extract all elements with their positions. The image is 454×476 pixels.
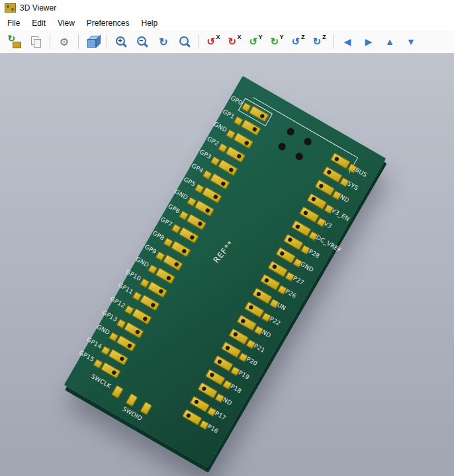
menu-file[interactable]: File: [1, 17, 26, 29]
pin-hole: [303, 210, 308, 216]
settings-gear-icon: ⚙: [58, 36, 71, 48]
redraw-button[interactable]: ↻: [154, 32, 173, 51]
debug-pad: [140, 401, 152, 415]
pin-hole: [264, 278, 269, 283]
pin-hole: [194, 399, 199, 405]
rotate-x-ccw-icon: ↺ X: [207, 36, 220, 48]
pin-hole: [233, 332, 238, 337]
zoom-out-icon: −: [136, 36, 149, 48]
swdio-label: SWDIO: [122, 405, 144, 422]
pin-pad: [236, 315, 257, 331]
pin-hole: [295, 223, 300, 229]
3d-viewport[interactable]: REF** SWCLK SWDIO GP0GP1GNDGP2GP3GP4GP5G…: [0, 54, 454, 476]
up-arrow-icon: ▲: [385, 37, 394, 46]
pin-pad: [307, 193, 328, 210]
copy-clipboard-icon: [30, 36, 42, 48]
pin-pad: [221, 342, 242, 358]
debug-pad: [111, 385, 124, 399]
zoom-out-button[interactable]: −: [132, 32, 152, 51]
pin-hole: [311, 196, 316, 202]
pin-pad: [283, 233, 304, 250]
rotate-y-ccw-icon: ↺ Y: [250, 36, 262, 48]
display-options-button[interactable]: ⚙: [54, 32, 74, 51]
debug-pad: [126, 393, 138, 407]
down-arrow-icon: ▼: [406, 37, 416, 46]
redraw-icon: ↻: [158, 36, 170, 48]
toolbar: ⚙ + − ↻ ↺ X ↻ X: [0, 30, 454, 54]
rotate-y-ccw-button[interactable]: ↺ Y: [246, 32, 265, 51]
pin-hole: [248, 305, 253, 310]
menu-view[interactable]: View: [52, 17, 81, 29]
pin-pad: [197, 382, 218, 399]
toolbar-separator: [199, 34, 199, 49]
rotate-z-cw-button[interactable]: ↻ Z: [309, 32, 329, 51]
title-bar: 3D Viewer: [0, 0, 454, 16]
pin-pad: [291, 220, 312, 237]
window-title: 3D Viewer: [20, 3, 56, 13]
app-window-icon: [5, 3, 16, 13]
pin-pad: [299, 206, 320, 223]
left-arrow-icon: ◀: [344, 37, 351, 46]
right-arrow-icon: ▶: [365, 37, 373, 46]
pan-down-button[interactable]: ▼: [401, 32, 421, 51]
pan-right-button[interactable]: ▶: [359, 32, 379, 51]
zoom-in-icon: +: [115, 36, 128, 48]
pin-pad: [268, 260, 289, 277]
rotate-x-cw-button[interactable]: ↻ X: [224, 32, 244, 51]
zoom-in-button[interactable]: +: [111, 32, 131, 51]
zoom-fit-icon: [179, 36, 191, 48]
pin-pad: [213, 355, 234, 372]
menu-edit[interactable]: Edit: [26, 17, 52, 29]
pin-pad: [182, 409, 203, 426]
pin-pad: [260, 274, 281, 290]
pin-hole: [272, 264, 277, 270]
pin-hole: [318, 183, 324, 188]
toolbar-separator: [107, 34, 107, 49]
toolbar-separator: [50, 34, 50, 49]
pin-hole: [209, 372, 214, 377]
menu-bar: File Edit View Preferences Help: [0, 16, 454, 30]
pin-pad: [205, 369, 226, 385]
pin-hole: [279, 251, 285, 256]
pin-hole: [186, 413, 191, 418]
pan-left-button[interactable]: ◀: [338, 32, 357, 51]
pan-up-button[interactable]: ▲: [380, 32, 400, 51]
pcb-board: REF** SWCLK SWDIO GP0GP1GNDGP2GP3GP4GP5G…: [64, 76, 386, 468]
pin-hole: [225, 345, 230, 350]
pin-hole: [334, 156, 340, 161]
reload-board-button[interactable]: [5, 32, 24, 51]
rotate-z-ccw-icon: ↺ Z: [292, 36, 304, 48]
pin-pad: [314, 179, 335, 196]
menu-help[interactable]: Help: [136, 17, 164, 29]
pin-hole: [217, 359, 222, 364]
pin-pad: [252, 288, 273, 304]
pin-pad: [322, 166, 343, 182]
rotate-x-ccw-button[interactable]: ↺ X: [203, 32, 223, 51]
pin-pad: [244, 301, 265, 317]
pin-pad: [275, 247, 296, 264]
zoom-fit-button[interactable]: [175, 32, 195, 51]
pin-hole: [240, 318, 246, 323]
pin-hole: [326, 169, 332, 175]
toolbar-separator: [78, 34, 79, 49]
rotate-y-cw-button[interactable]: ↻ Y: [267, 32, 287, 51]
pin-hole: [256, 291, 261, 296]
pin-hole: [201, 385, 206, 391]
toolbar-separator: [333, 34, 334, 49]
raytracing-button[interactable]: [83, 32, 103, 51]
rotate-y-cw-icon: ↻ Y: [271, 36, 283, 48]
menu-preferences[interactable]: Preferences: [81, 17, 136, 29]
rotate-z-cw-icon: ↻ Z: [313, 36, 326, 48]
reload-board-icon: [9, 36, 21, 48]
3d-cube-icon: [87, 36, 99, 48]
copy-image-button[interactable]: [26, 32, 46, 51]
rotate-z-ccw-button[interactable]: ↺ Z: [288, 32, 308, 51]
rotate-x-cw-icon: ↻ X: [228, 36, 241, 48]
pin-pad: [190, 395, 210, 412]
pin-hole: [287, 237, 293, 243]
pin-pad: [229, 328, 250, 344]
